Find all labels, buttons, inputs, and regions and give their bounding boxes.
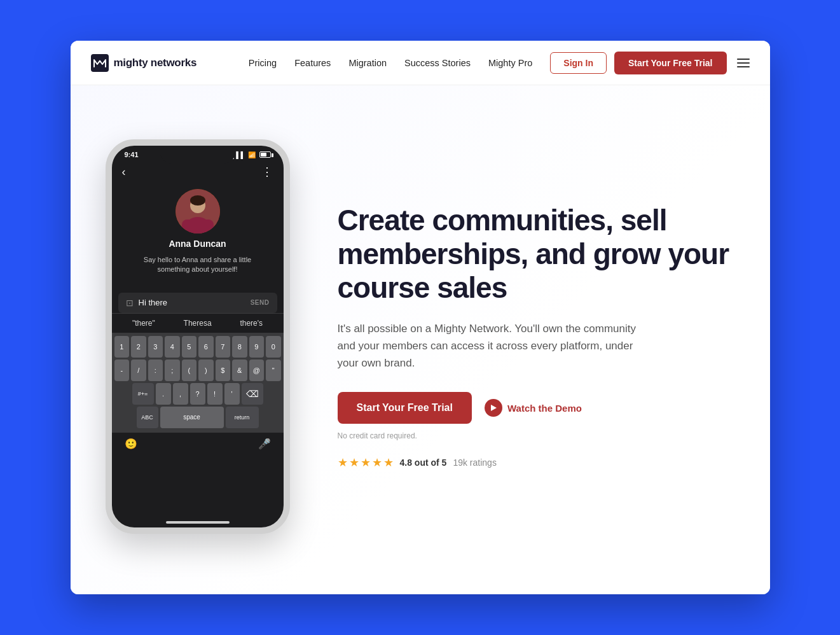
navbar: mighty networks Pricing Features Migrati…: [71, 41, 770, 85]
key-close-paren[interactable]: ): [198, 359, 214, 381]
emoji-icon[interactable]: 🙂: [125, 438, 137, 450]
nav-link-success-stories[interactable]: Success Stories: [404, 58, 471, 68]
hero-cta-row: Start Your Free Trial Watch the Demo: [338, 392, 745, 424]
nav-item-pricing[interactable]: Pricing: [249, 57, 277, 69]
camera-icon: ⊡: [126, 298, 134, 308]
key-apostrophe[interactable]: ': [224, 383, 240, 405]
key-quote[interactable]: ": [266, 359, 281, 381]
phone-back-button[interactable]: ‹: [122, 165, 126, 179]
key-6[interactable]: 6: [198, 336, 214, 358]
key-semi[interactable]: ;: [165, 359, 180, 381]
keyboard: 1 2 3 4 5 6 7 8 9 0 - /: [112, 333, 284, 433]
phone-more-button[interactable]: ⋮: [261, 165, 273, 179]
wifi-icon: 📶: [248, 151, 256, 158]
return-key[interactable]: return: [226, 407, 259, 428]
svg-rect-5: [182, 220, 214, 234]
key-amp[interactable]: &: [232, 359, 247, 381]
nav-link-migration[interactable]: Migration: [348, 58, 387, 68]
key-3[interactable]: 3: [148, 336, 163, 358]
space-key[interactable]: space: [160, 407, 224, 428]
key-open-paren[interactable]: (: [182, 359, 197, 381]
star-1: ★: [338, 456, 348, 470]
nav-link-features[interactable]: Features: [294, 58, 331, 68]
svg-point-3: [190, 195, 205, 206]
hero-headline: Create communities, sell memberships, an…: [338, 204, 745, 305]
browser-window: mighty networks Pricing Features Migrati…: [71, 41, 770, 594]
delete-key[interactable]: ⌫: [242, 383, 263, 405]
nav-trial-button[interactable]: Start Your Free Trial: [614, 52, 727, 74]
brand-name: mighty networks: [114, 57, 197, 69]
phone-notch: [160, 146, 236, 164]
key-at[interactable]: @: [249, 359, 265, 381]
nav-item-mighty-pro[interactable]: Mighty Pro: [488, 57, 532, 69]
battery-icon: [259, 151, 271, 158]
hero-content: Create communities, sell memberships, an…: [331, 204, 745, 470]
key-dollar[interactable]: $: [216, 359, 231, 381]
nav-item-features[interactable]: Features: [294, 57, 331, 69]
phone-bottom-bar: 🙂 🎤: [112, 433, 284, 455]
phone-mockup: 9:41 ▌▌▌ 📶 ‹ ⋮: [106, 139, 290, 534]
key-dash[interactable]: -: [114, 359, 130, 381]
mic-icon[interactable]: 🎤: [258, 438, 271, 450]
phone-profile: Anna Duncan Say hello to Anna and share …: [112, 183, 284, 293]
star-5: ★: [383, 456, 394, 470]
key-0[interactable]: 0: [266, 336, 281, 358]
nav-item-success-stories[interactable]: Success Stories: [404, 57, 471, 69]
key-slash[interactable]: /: [131, 359, 146, 381]
key-comma[interactable]: ,: [173, 383, 188, 405]
status-icons: ▌▌▌ 📶: [231, 151, 270, 158]
autocomplete-bar: "there" Theresa there's: [112, 313, 284, 333]
phone-header-bar: ‹ ⋮: [112, 161, 284, 183]
key-5[interactable]: 5: [182, 336, 197, 358]
keyboard-row-2: - / : ; ( ) $ & @ ": [114, 359, 281, 381]
sign-in-button[interactable]: Sign In: [550, 52, 607, 74]
key-exclaim[interactable]: !: [207, 383, 223, 405]
keyboard-row-3: #+= . , ? ! ' ⌫: [114, 383, 281, 405]
profile-name: Anna Duncan: [169, 239, 226, 249]
autocomplete-2[interactable]: there's: [240, 319, 263, 328]
logo-area: mighty networks: [91, 54, 197, 72]
nav-link-mighty-pro[interactable]: Mighty Pro: [488, 58, 532, 68]
phone-input-area[interactable]: ⊡ Hi there SEND: [118, 293, 277, 313]
send-button[interactable]: SEND: [251, 299, 270, 306]
ratings-row: ★ ★ ★ ★ ★ 4.8 out of 5 19k ratings: [338, 456, 745, 470]
key-1[interactable]: 1: [114, 336, 130, 358]
hamburger-menu[interactable]: [737, 59, 750, 67]
autocomplete-1[interactable]: Theresa: [184, 319, 212, 328]
start-trial-button[interactable]: Start Your Free Trial: [338, 392, 472, 424]
keyboard-row-1: 1 2 3 4 5 6 7 8 9 0: [114, 336, 281, 358]
phone-mockup-container: 9:41 ▌▌▌ 📶 ‹ ⋮: [96, 139, 300, 534]
key-4[interactable]: 4: [165, 336, 180, 358]
key-8[interactable]: 8: [232, 336, 247, 358]
profile-message: Say hello to Anna and share a little som…: [125, 255, 271, 275]
star-3: ★: [361, 456, 371, 470]
key-colon[interactable]: :: [148, 359, 163, 381]
hamburger-line-1: [737, 59, 750, 60]
hero-section: 9:41 ▌▌▌ 📶 ‹ ⋮: [71, 85, 770, 594]
rating-score: 4.8 out of 5: [400, 457, 447, 468]
message-input[interactable]: Hi there: [139, 298, 245, 307]
hero-subtext: It's all possible on a Mighty Network. Y…: [338, 320, 656, 372]
key-hash[interactable]: #+=: [132, 383, 154, 405]
autocomplete-0[interactable]: "there": [132, 319, 155, 328]
play-icon: [485, 399, 502, 417]
key-9[interactable]: 9: [249, 336, 265, 358]
rating-count: 19k ratings: [453, 457, 496, 468]
home-indicator: [166, 521, 230, 524]
nav-link-pricing[interactable]: Pricing: [249, 58, 277, 68]
hamburger-line-2: [737, 62, 750, 64]
avatar: [176, 189, 220, 234]
key-period[interactable]: .: [156, 383, 171, 405]
phone-time: 9:41: [125, 151, 139, 158]
star-2: ★: [349, 456, 359, 470]
key-abc[interactable]: ABC: [137, 407, 158, 428]
key-2[interactable]: 2: [131, 336, 146, 358]
nav-item-migration[interactable]: Migration: [348, 57, 387, 69]
keyboard-row-4: ABC space return: [114, 407, 281, 428]
hamburger-line-3: [737, 66, 750, 67]
key-question[interactable]: ?: [190, 383, 205, 405]
star-rating: ★ ★ ★ ★ ★: [338, 456, 394, 470]
key-7[interactable]: 7: [216, 336, 231, 358]
watch-demo-button[interactable]: Watch the Demo: [485, 399, 582, 417]
watch-demo-label: Watch the Demo: [507, 403, 582, 414]
